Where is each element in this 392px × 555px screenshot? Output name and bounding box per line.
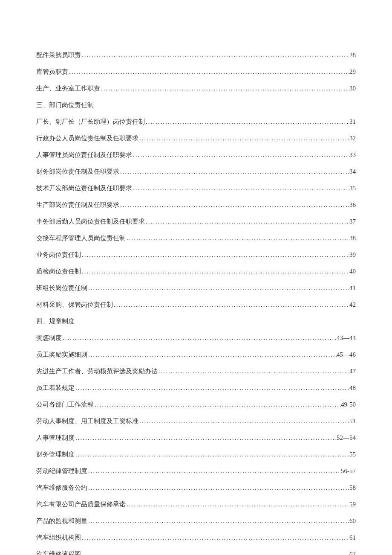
toc-entry-title: 奖惩制度 (36, 334, 62, 342)
toc-entry-page: 30 (349, 85, 356, 92)
toc-leader-dots (94, 401, 341, 408)
toc-entry: 奖惩制度43—44 (36, 334, 356, 342)
toc-entry: 员工着装规定48 (36, 384, 356, 392)
toc-entry: 事务部后勤人员岗位责任制及任职要求37 (36, 218, 356, 226)
toc-entry-page: 60 (349, 517, 356, 525)
toc-entry: 先进生产工作者、劳动模范评选及奖励办法47 (36, 367, 356, 375)
toc-leader-dots (126, 501, 349, 508)
toc-entry-page: 59 (349, 501, 356, 508)
toc-leader-dots (158, 368, 349, 375)
toc-entry-title: 事务部后勤人员岗位责任制及任职要求 (36, 218, 145, 226)
toc-entry-page: 47 (349, 368, 356, 375)
toc-entry-title: 业务岗位责任制 (36, 251, 81, 259)
toc-leader-dots (113, 301, 349, 308)
toc-leader-dots (81, 251, 349, 259)
toc-entry: 厂长、副厂长（厂长助理）岗位责任制31 (36, 118, 356, 126)
toc-entry-page: 38 (349, 235, 356, 242)
toc-entry-page: 62 (349, 551, 356, 555)
toc-leader-dots (126, 235, 349, 242)
toc-entry-title: 汽车维修服务公约 (36, 484, 87, 492)
toc-entry-page: 56-57 (341, 468, 356, 475)
toc-entry-page: 34 (349, 168, 356, 175)
toc-entry: 人事管理员岗位责任制及任职要求33 (36, 151, 356, 159)
toc-leader-dots (87, 517, 349, 525)
toc-entry-page: 40 (349, 268, 356, 275)
toc-entry: 产品的监视和测量60 (36, 517, 356, 525)
toc-leader-dots (87, 351, 337, 358)
toc-entry-title: 先进生产工作者、劳动模范评选及奖励办法 (36, 367, 158, 375)
toc-entry: 业务岗位责任制39 (36, 251, 356, 259)
toc-entry-page: 37 (349, 218, 356, 225)
toc-entry-title: 生产部岗位责任制及任职要求 (36, 201, 119, 209)
toc-entry: 生产、业务室工作职责30 (36, 84, 356, 93)
toc-entry-page: 28 (349, 52, 356, 59)
toc-leader-dots (145, 118, 349, 125)
toc-entry-page: 29 (349, 68, 356, 76)
toc-entry-title: 材料采购、保管岗位责任制 (36, 301, 113, 309)
toc-entry: 库管员职责29 (36, 68, 356, 76)
toc-leader-dots (68, 68, 349, 76)
toc-entry-title: 汽车维修流程图 (36, 550, 81, 555)
toc-entry: 员工奖励实施细则45—46 (36, 351, 356, 359)
toc-entry-page: 51 (349, 418, 356, 425)
toc-entry: 财务管理制度55 (36, 450, 356, 459)
toc-entry: 配件采购员职责28 (36, 51, 356, 59)
toc-entry-page: 39 (349, 251, 356, 259)
toc-entry: 班组长岗位责任制41 (36, 284, 356, 292)
toc-entry-page: 41 (349, 285, 356, 292)
toc-entry-title: 公司各部门工作流程 (36, 401, 94, 409)
toc-entry-page: 52—54 (337, 434, 356, 442)
toc-entry: 交接车程序管理人员岗位责任制38 (36, 234, 356, 242)
toc-entry-page: 48 (349, 384, 356, 392)
toc-entry-page: 32 (349, 135, 356, 142)
toc-leader-dots (81, 52, 349, 59)
toc-entry-title: 产品的监视和测量 (36, 517, 87, 525)
toc-entry-page: 61 (349, 534, 356, 541)
toc-leader-dots (132, 185, 349, 192)
toc-entry-page: 33 (349, 151, 356, 159)
toc-entry-title: 技术开发部岗位责任制及任职要求 (36, 184, 132, 192)
toc-entry: 生产部岗位责任制及任职要求36 (36, 201, 356, 209)
toc-entry-title: 配件采购员职责 (36, 51, 81, 59)
toc-entry-title: 人事管理制度 (36, 434, 75, 442)
toc-entry-page: 42 (349, 301, 356, 308)
toc-entry-page: 49-50 (341, 401, 356, 408)
toc-leader-dots (62, 334, 337, 342)
toc-leader-dots (138, 135, 349, 142)
toc-entry: 人事管理制度52—54 (36, 434, 356, 442)
toc-entry-title: 财务部岗位责任制及任职要求 (36, 168, 119, 176)
toc-entry-page: 45—46 (337, 351, 356, 358)
toc-entry-page: 36 (349, 201, 356, 209)
toc-leader-dots (87, 484, 349, 491)
toc-leader-dots (138, 418, 349, 425)
toc-entry-page: 31 (349, 118, 356, 125)
toc-entry: 劳动人事制度、用工制度及工资标准51 (36, 417, 356, 425)
toc-entry-title: 劳动人事制度、用工制度及工资标准 (36, 417, 138, 425)
toc-entry-title: 员工着装规定 (36, 384, 75, 392)
table-of-contents: 配件采购员职责28库管员职责29生产、业务室工作职责30三、部门岗位责任制厂长、… (36, 51, 356, 555)
toc-leader-dots (75, 434, 337, 442)
toc-entry-title: 财务管理制度 (36, 450, 75, 459)
toc-leader-dots (81, 551, 349, 555)
toc-entry-title: 班组长岗位责任制 (36, 284, 87, 292)
toc-entry-title: 汽车组织机构图 (36, 534, 81, 542)
toc-entry-title: 汽车有限公司产品质量保修承诺 (36, 500, 126, 509)
toc-entry: 质检岗位责任制40 (36, 267, 356, 276)
toc-section-heading: 三、部门岗位责任制 (36, 101, 356, 109)
toc-entry-title: 员工奖励实施细则 (36, 351, 87, 359)
toc-leader-dots (132, 151, 349, 159)
toc-entry-title: 劳动纪律管理制度 (36, 467, 87, 475)
toc-entry-page: 58 (349, 484, 356, 491)
toc-entry-title: 人事管理员岗位责任制及任职要求 (36, 151, 132, 159)
toc-leader-dots (87, 468, 341, 475)
toc-entry-page: 43—44 (337, 334, 356, 342)
toc-leader-dots (75, 384, 349, 392)
toc-entry: 财务部岗位责任制及任职要求34 (36, 168, 356, 176)
toc-entry-title: 库管员职责 (36, 68, 68, 76)
toc-entry-title: 质检岗位责任制 (36, 267, 81, 276)
toc-entry: 劳动纪律管理制度56-57 (36, 467, 356, 475)
toc-leader-dots (100, 85, 349, 92)
toc-leader-dots (119, 201, 349, 209)
toc-entry-title: 行政办公人员岗位责任制及任职要求 (36, 134, 138, 142)
toc-entry-title: 生产、业务室工作职责 (36, 84, 100, 93)
